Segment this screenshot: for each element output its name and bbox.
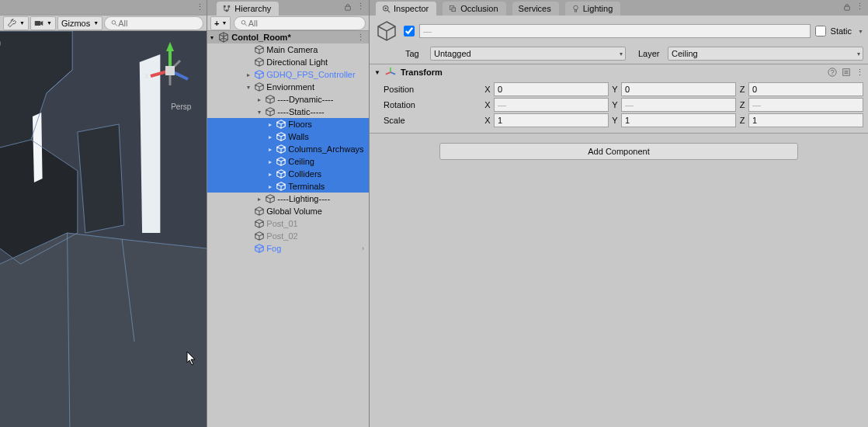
inspector-tabstrip: Inspector Occlusion Services Lighting ⋮ <box>370 0 868 16</box>
axis-label-y: Y <box>610 116 620 125</box>
hierarchy-row[interactable]: ▸Terminals <box>207 180 369 193</box>
layer-dropdown[interactable]: Ceiling <box>668 47 863 61</box>
axis-label-z: Z <box>738 85 747 94</box>
static-checkbox[interactable] <box>815 26 826 36</box>
foldout-icon[interactable]: ▸ <box>255 196 263 203</box>
foldout-icon[interactable]: ▸ <box>255 96 263 103</box>
chevron-right-icon[interactable]: › <box>362 245 364 252</box>
hierarchy-row[interactable]: ▾Enviornment <box>207 81 369 93</box>
hierarchy-row[interactable]: ▸Walls <box>207 130 369 143</box>
foldout-icon[interactable]: ▸ <box>266 158 274 165</box>
hierarchy-tree[interactable]: ▾ Contol_Room* ⋮ Main CameraDirectional … <box>207 31 369 427</box>
hierarchy-row[interactable]: Main Camera <box>207 43 369 56</box>
mouse-cursor-icon <box>186 351 207 427</box>
hierarchy-row[interactable]: Post_02 <box>207 230 369 242</box>
y-input[interactable] <box>621 98 736 112</box>
help-icon[interactable]: ? <box>828 68 837 77</box>
gizmos-button[interactable]: Gizmos ▼ <box>57 16 102 30</box>
scene-toolbar: ▼ ▼ Gizmos ▼ <box>0 16 207 31</box>
hierarchy-row[interactable]: ▸Colliders <box>207 168 369 180</box>
tab-occlusion[interactable]: Occlusion <box>443 2 505 16</box>
axis-label-y: Y <box>610 100 620 109</box>
hierarchy-item-label: Post_02 <box>266 231 297 241</box>
y-input[interactable] <box>621 82 736 96</box>
svg-line-27 <box>245 23 248 26</box>
search-icon <box>111 19 118 27</box>
tab-lighting[interactable]: Lighting <box>565 2 621 16</box>
foldout-icon[interactable]: ▾ <box>245 84 252 91</box>
hierarchy-row[interactable]: Directional Light <box>207 56 369 68</box>
axis-label-z: Z <box>738 116 747 125</box>
hierarchy-tab[interactable]: Hierarchy <box>217 2 279 16</box>
scene-viewport[interactable]: x Persp <box>0 31 207 427</box>
create-button[interactable]: +▼ <box>210 16 231 30</box>
x-input[interactable] <box>494 82 609 96</box>
foldout-icon[interactable]: ▼ <box>374 69 380 76</box>
z-input[interactable] <box>748 82 863 96</box>
tag-dropdown[interactable]: Untagged <box>430 47 626 61</box>
preset-icon[interactable] <box>842 68 851 77</box>
inspector-panel-menu-icon[interactable]: ⋮ <box>856 2 863 12</box>
scene-panel-menu-icon[interactable]: ⋮ <box>196 2 203 12</box>
hierarchy-item-label: ----Lighting---- <box>277 194 330 203</box>
scene-search-input[interactable] <box>118 19 196 28</box>
lock-icon[interactable] <box>344 3 352 11</box>
foldout-icon[interactable]: ▸ <box>266 146 274 153</box>
scene-tabstrip: ⋮ <box>0 0 207 16</box>
foldout-icon[interactable]: ▸ <box>266 134 274 141</box>
hierarchy-row[interactable]: ▸Floors <box>207 118 369 130</box>
z-input[interactable] <box>748 113 863 127</box>
hierarchy-item-label: ----Dynamic---- <box>277 95 333 104</box>
hierarchy-panel-menu-icon[interactable]: ⋮ <box>356 2 364 12</box>
projection-label[interactable]: Persp <box>171 102 191 111</box>
static-dropdown-icon[interactable]: ▼ <box>858 29 863 34</box>
transform-header[interactable]: ▼ Transform ? ⋮ <box>370 64 868 80</box>
hierarchy-row[interactable]: ▸Ceiling <box>207 155 369 168</box>
foldout-icon[interactable]: ▾ <box>255 109 263 116</box>
hierarchy-toolbar: +▼ <box>207 16 369 31</box>
gameobject-icon[interactable] <box>374 19 399 43</box>
hierarchy-item-label: Fog <box>266 244 281 253</box>
hierarchy-search[interactable] <box>234 16 366 30</box>
hierarchy-row[interactable]: Post_01 <box>207 217 369 230</box>
inspector-panel: Inspector Occlusion Services Lighting ⋮ <box>369 0 868 427</box>
hierarchy-panel: Hierarchy ⋮ +▼ ▾ Contol_Room* ⋮ Main Cam… <box>207 0 369 427</box>
component-menu-icon[interactable]: ⋮ <box>856 68 863 78</box>
x-input[interactable] <box>494 98 609 112</box>
svg-rect-25 <box>345 6 351 10</box>
hierarchy-row[interactable]: ▾----Static----- <box>207 106 369 118</box>
gameobject-header: Static ▼ Tag Untagged Layer Ceiling <box>370 16 868 64</box>
axis-label-z: Z <box>738 100 747 109</box>
add-component-button[interactable]: Add Component <box>439 143 798 160</box>
foldout-icon[interactable]: ▸ <box>266 183 274 190</box>
search-icon <box>241 19 248 27</box>
hierarchy-search-input[interactable] <box>248 19 359 28</box>
gameobject-name-input[interactable] <box>419 24 811 38</box>
active-checkbox[interactable] <box>404 26 415 36</box>
hierarchy-row[interactable]: ▸----Dynamic---- <box>207 93 369 106</box>
hierarchy-row[interactable]: Global Volume <box>207 205 369 217</box>
svg-rect-0 <box>35 21 41 26</box>
scene-name: Contol_Room* <box>231 33 290 42</box>
hierarchy-row[interactable]: ▸GDHQ_FPS_Controller <box>207 68 369 81</box>
tools-button[interactable]: ▼ <box>3 16 29 30</box>
scene-root-row[interactable]: ▾ Contol_Room* ⋮ <box>207 31 369 43</box>
hierarchy-row[interactable]: Fog› <box>207 242 369 255</box>
tab-inspector[interactable]: Inspector <box>376 2 436 16</box>
foldout-icon[interactable]: ▸ <box>245 71 252 78</box>
foldout-icon[interactable]: ▸ <box>266 121 274 128</box>
hierarchy-row[interactable]: ▸----Lighting---- <box>207 193 369 205</box>
y-input[interactable] <box>621 113 736 127</box>
camera-button[interactable]: ▼ <box>30 16 56 30</box>
foldout-icon[interactable]: ▸ <box>266 171 274 178</box>
lock-icon[interactable] <box>843 3 851 11</box>
z-input[interactable] <box>748 98 863 112</box>
scene-row-menu-icon[interactable]: ⋮ <box>356 33 364 43</box>
scene-search[interactable] <box>104 16 203 30</box>
svg-line-38 <box>386 72 391 75</box>
scene-lock-icon[interactable] <box>0 37 199 427</box>
hierarchy-row[interactable]: ▸Columns_Archways <box>207 143 369 155</box>
occlusion-icon <box>449 5 457 13</box>
tab-services[interactable]: Services <box>512 2 559 16</box>
x-input[interactable] <box>494 113 609 127</box>
